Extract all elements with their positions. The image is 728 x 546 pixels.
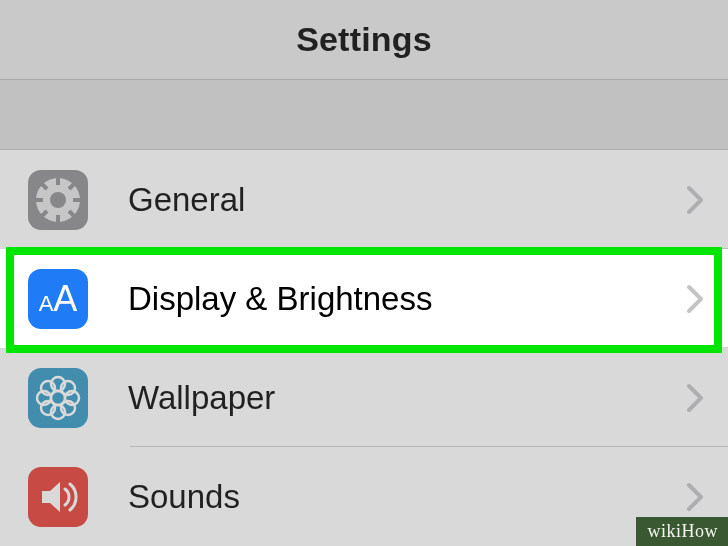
settings-row-sounds[interactable]: Sounds	[0, 447, 728, 546]
page-title: Settings	[296, 20, 432, 59]
row-label-general: General	[128, 181, 686, 219]
row-label-wallpaper: Wallpaper	[128, 379, 686, 417]
row-label-display: Display & Brightness	[128, 280, 686, 318]
wikihow-watermark: wikiHow	[636, 517, 729, 546]
text-size-icon: AA	[28, 269, 88, 329]
svg-marker-19	[42, 482, 60, 512]
header-bar: Settings	[0, 0, 728, 80]
gear-icon	[28, 170, 88, 230]
chevron-right-icon	[686, 383, 704, 413]
row-label-sounds: Sounds	[128, 478, 686, 516]
settings-list: General AA Display & Brightness	[0, 150, 728, 546]
section-spacer	[0, 80, 728, 150]
row-separator	[130, 347, 728, 348]
settings-row-wallpaper[interactable]: Wallpaper	[0, 348, 728, 447]
chevron-right-icon	[686, 185, 704, 215]
flower-icon	[28, 368, 88, 428]
settings-row-general[interactable]: General	[0, 150, 728, 249]
settings-row-display-brightness[interactable]: AA Display & Brightness	[0, 249, 728, 348]
chevron-right-icon	[686, 284, 704, 314]
speaker-icon	[28, 467, 88, 527]
svg-point-1	[50, 192, 66, 208]
chevron-right-icon	[686, 482, 704, 512]
